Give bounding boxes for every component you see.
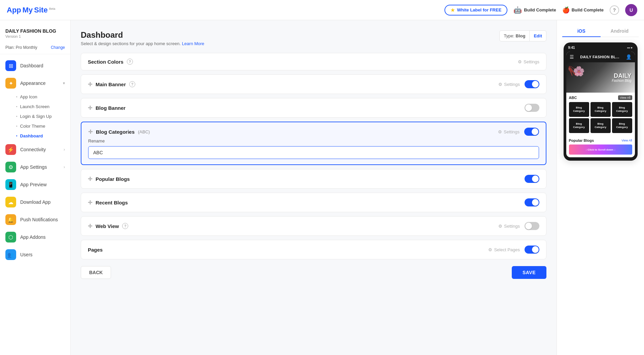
phone-status-icons: ▪▪▪ ▾ [627,46,633,50]
main-banner-title: ✛ Main Banner ? [88,81,135,88]
sidebar-item-app-addons[interactable]: ⬡ App Addons [0,228,70,246]
sidebar-item-dashboard[interactable]: ⊞ Dashboard [0,57,70,74]
drag-handle-icon[interactable]: ✛ [88,129,93,135]
drag-handle-icon[interactable]: ✛ [88,105,92,111]
plan-label: Plan: Pro Monthly [5,45,48,50]
tab-ios[interactable]: iOS [562,26,601,37]
grid-item-6: BlogCategory [612,118,632,133]
blog-banner-card: ✛ Blog Banner [81,98,546,118]
android-build-label: Build Complete [524,7,556,12]
main-banner-info-icon[interactable]: ? [129,81,135,87]
gear-icon: ⚙ [498,224,502,229]
sidebar-item-users[interactable]: 👥 Users [0,246,70,263]
recent-blogs-label: Recent Blogs [96,200,128,205]
blog-categories-settings[interactable]: ⚙ Settings [498,129,520,134]
type-edit-button[interactable]: Edit [529,31,546,41]
hamburger-icon: ☰ [570,54,574,60]
web-view-info-icon[interactable]: ? [122,223,128,229]
android-icon: 🤖 [513,6,522,14]
phone-mockup: 9:41 ▪▪▪ ▾ ☰ DAILY FASHION BL... 👤 👠 🌸 D… [564,42,638,161]
subnav-app-icon[interactable]: App Icon [16,92,70,102]
web-view-toggle[interactable] [525,222,539,230]
blog-categories-actions: ⚙ Settings [498,128,539,136]
subnav-dashboard[interactable]: Dashboard [16,131,70,141]
apple-icon: 🍎 [562,6,570,14]
blog-banner-title: ✛ Blog Banner [88,105,126,111]
pages-select-link[interactable]: ⚙ Select Pages [488,247,520,252]
web-view-settings[interactable]: ⚙ Settings [498,224,520,229]
popular-blogs-actions [525,175,539,183]
sidebar-item-appearance[interactable]: ✦ Appearance ▾ [0,74,70,92]
section-colors-title: Section Colors ? [88,59,133,65]
main-banner-toggle[interactable] [525,80,539,88]
drag-handle-icon[interactable]: ✛ [88,176,92,182]
blog-banner-toggle[interactable] [525,104,539,112]
view-all-button[interactable]: View All [618,95,632,100]
drag-handle-icon[interactable]: ✛ [88,81,92,88]
main-banner-card: ✛ Main Banner ? ⚙ Settings [81,74,546,94]
sidebar-item-app-preview[interactable]: 📱 App Preview [0,176,70,193]
app-logo[interactable]: AppMySite Beta [7,6,55,14]
push-notifications-label: Push Notifications [20,217,58,222]
rename-input[interactable] [88,146,539,159]
popular-view-all[interactable]: View All [621,139,632,142]
drag-handle-icon[interactable]: ✛ [88,223,92,229]
learn-more-link[interactable]: Learn More [182,41,204,46]
pages-toggle[interactable] [525,246,539,254]
logo-beta: Beta [49,7,56,10]
users-label: Users [20,252,33,257]
pages-title: Pages [88,247,103,253]
chevron-right-icon: › [64,147,65,152]
back-button[interactable]: BACK [81,266,111,279]
brand-name: DAILY FASHION BLOG [5,28,65,34]
main-banner-actions: ⚙ Settings [498,80,539,88]
logo-my: My [23,6,33,14]
phone-app-header: ☰ DAILY FASHION BL... 👤 [566,52,635,62]
sidebar-plan: Plan: Pro Monthly Change [0,44,70,54]
drag-handle-icon[interactable]: ✛ [88,199,92,206]
subnav-login-signup[interactable]: Login & Sign Up [16,111,70,121]
sidebar-brand: DAILY FASHION BLOG Version 1 [0,26,70,44]
app-settings-icon: ⚙ [5,162,16,172]
recent-blogs-card: ✛ Recent Blogs [81,193,546,212]
page-subtitle: Select & design sections for your app ho… [81,41,204,46]
appearance-icon: ✦ [5,78,16,89]
sidebar-item-download-app[interactable]: ☁ Download App [0,193,70,211]
sidebar-item-connectivity[interactable]: ⚡ Connectivity › [0,141,70,158]
sidebar-item-push-notifications[interactable]: 🔔 Push Notifications [0,211,70,228]
abc-section-title: ABC [569,96,577,100]
flower-decoration: 🌸 [573,66,585,77]
pages-actions: ⚙ Select Pages [488,246,539,254]
web-view-label: Web View [96,223,119,229]
footer-actions: BACK SAVE [81,266,546,286]
blog-categories-title: ✛ Blog Categories (ABC) [88,129,150,135]
section-colors-settings[interactable]: ⚙ Settings [518,59,539,64]
app-preview-label: App Preview [20,182,47,187]
white-label-button[interactable]: ★ White Label for FREE [444,5,507,15]
user-avatar[interactable]: U [625,4,637,16]
recent-blogs-toggle[interactable] [525,198,539,206]
plan-change-button[interactable]: Change [51,45,65,50]
help-button[interactable]: ? [610,5,619,15]
appearance-subnav: App Icon Launch Screen Login & Sign Up C… [0,92,70,141]
tab-android[interactable]: Android [601,26,639,37]
blog-categories-toggle[interactable] [524,128,539,136]
save-button[interactable]: SAVE [512,266,546,279]
app-settings-label: App Settings [20,164,47,170]
logo-app: App [7,6,21,14]
gear-icon: ⚙ [488,247,492,252]
section-colors-info-icon[interactable]: ? [127,59,133,65]
popular-blogs-toggle[interactable] [525,175,539,183]
recent-blogs-title: ✛ Recent Blogs [88,199,128,206]
type-selector: Type: Blog Edit [499,30,546,41]
blog-categories-label: Blog Categories [96,129,135,135]
logo-site: Site [34,6,47,14]
sidebar-item-app-settings[interactable]: ⚙ App Settings › [0,158,70,176]
subnav-color-theme[interactable]: Color Theme [16,121,70,131]
sidebar-nav: ⊞ Dashboard ✦ Appearance ▾ App Icon Laun… [0,54,70,263]
app-preview-icon: 📱 [5,179,16,190]
main-banner-settings[interactable]: ⚙ Settings [498,82,520,87]
main-banner-label: Main Banner [96,82,126,87]
web-view-actions: ⚙ Settings [498,222,539,230]
subnav-launch-screen[interactable]: Launch Screen [16,102,70,111]
